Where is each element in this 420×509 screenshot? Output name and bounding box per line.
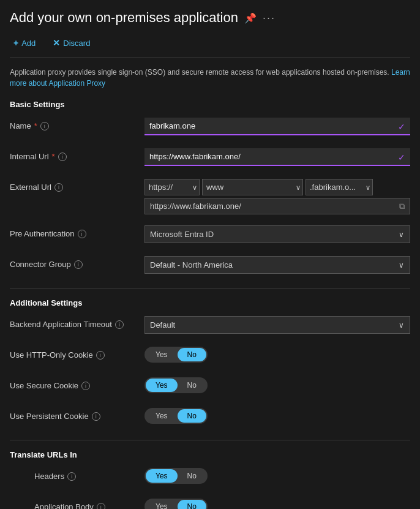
secure-cookie-label: Use Secure Cookie i [10,377,144,390]
internal-url-required: * [52,152,55,161]
external-url-display: https://www.fabrikam.one/ ⧉ [144,198,410,214]
translate-urls-separator [10,440,410,440]
persist-yes-button[interactable]: Yes [146,409,178,423]
name-required: * [34,121,37,130]
internal-url-input[interactable] [144,148,410,166]
http-only-yes-button[interactable]: Yes [146,348,178,361]
name-row: Name * i ✓ [10,118,410,137]
page-title: Add your own on-premises application [10,10,238,26]
backend-timeout-select[interactable]: Default Long Extra Long [144,316,410,334]
protocol-select[interactable]: https:// http:// [144,179,200,195]
persistent-cookie-control: Yes No [144,408,410,424]
secure-cookie-control: Yes No [144,377,410,393]
name-label: Name * i [10,118,144,130]
persistent-cookie-toggle: Yes No [144,408,208,424]
title-row: Add your own on-premises application 📌 ·… [10,10,410,26]
subdomain-select-wrapper: www [202,179,303,195]
http-only-no-button[interactable]: No [178,348,206,361]
persistent-cookie-row: Use Persistent Cookie i Yes No [10,408,410,428]
section-separator [10,288,410,288]
external-url-control: https:// http:// www .fabrikam.o... http… [144,179,410,214]
external-url-info-icon[interactable]: i [54,183,63,192]
add-button[interactable]: + Add [10,36,39,50]
name-control: ✓ [144,118,410,135]
discard-label: Discard [63,39,90,48]
backend-timeout-select-wrapper: Default Long Extra Long [144,316,410,334]
headers-no-button[interactable]: No [178,469,206,483]
connector-group-select[interactable]: Default - North America [144,256,410,274]
headers-info-icon[interactable]: i [67,472,76,481]
connector-group-row: Connector Group i Default - North Americ… [10,256,410,276]
connector-group-label: Connector Group i [10,256,144,269]
add-label: Add [21,39,36,48]
domain-select[interactable]: .fabrikam.o... [306,179,373,195]
persist-no-button[interactable]: No [178,409,206,423]
name-info-icon[interactable]: i [40,122,49,130]
body-yes-button[interactable]: Yes [146,500,178,509]
app-body-info-icon[interactable]: i [97,503,105,510]
headers-control: Yes No [144,468,410,484]
pre-auth-select-wrapper: Microsoft Entra ID Passthrough [144,225,410,243]
internal-url-row: Internal Url * i ✓ [10,148,410,168]
connector-group-info-icon[interactable]: i [74,260,83,269]
more-options-icon[interactable]: ··· [263,12,276,25]
app-body-control: Yes No [144,499,410,509]
backend-timeout-control: Default Long Extra Long [144,316,410,334]
secure-yes-button[interactable]: Yes [146,379,178,392]
add-icon: + [13,38,18,48]
http-only-cookie-label: Use HTTP-Only Cookie i [10,347,144,360]
headers-row: Headers i Yes No [10,468,410,488]
secure-cookie-row: Use Secure Cookie i Yes No [10,377,410,397]
name-check-icon: ✓ [398,122,405,132]
internal-url-label: Internal Url * i [10,148,144,161]
additional-settings-title: Additional Settings [10,298,410,307]
external-url-row: External Url i https:// http:// www [10,179,410,214]
external-url-label: External Url i [10,179,144,192]
internal-url-control: ✓ [144,148,410,166]
app-body-label: Application Body i [34,499,144,509]
http-only-toggle: Yes No [144,347,208,363]
http-only-cookie-row: Use HTTP-Only Cookie i Yes No [10,347,410,366]
pre-auth-label: Pre Authentication i [10,225,144,238]
headers-label: Headers i [34,468,144,481]
internal-url-check-icon: ✓ [398,153,405,162]
app-body-row: Application Body i Yes No [10,499,410,509]
discard-icon: ✕ [53,38,60,48]
connector-group-control: Default - North America [144,256,410,274]
body-no-button[interactable]: No [178,500,206,509]
translate-urls-title: Translate URLs In [10,450,410,459]
secure-no-button[interactable]: No [178,379,206,392]
persistent-cookie-label: Use Persistent Cookie i [10,408,144,421]
toolbar: + Add ✕ Discard [10,36,410,58]
info-description: Application proxy provides single sign-o… [10,67,410,89]
subdomain-select[interactable]: www [202,179,303,195]
pre-auth-info-icon[interactable]: i [78,230,86,238]
basic-settings-title: Basic Settings [10,100,410,109]
domain-select-wrapper: .fabrikam.o... [306,179,373,195]
copy-icon[interactable]: ⧉ [399,202,405,211]
backend-timeout-label: Backend Application Timeout i [10,316,144,329]
app-body-toggle: Yes No [144,499,208,509]
connector-group-select-wrapper: Default - North America [144,256,410,274]
secure-cookie-info-icon[interactable]: i [81,382,90,390]
http-only-info-icon[interactable]: i [96,351,105,360]
pre-auth-row: Pre Authentication i Microsoft Entra ID … [10,225,410,245]
discard-button[interactable]: ✕ Discard [49,36,94,50]
name-input[interactable] [144,118,410,135]
protocol-select-wrapper: https:// http:// [144,179,200,195]
backend-timeout-row: Backend Application Timeout i Default Lo… [10,316,410,336]
pin-icon[interactable]: 📌 [244,12,257,24]
secure-cookie-toggle: Yes No [144,377,208,393]
pre-auth-select[interactable]: Microsoft Entra ID Passthrough [144,225,410,243]
pre-auth-control: Microsoft Entra ID Passthrough [144,225,410,243]
headers-yes-button[interactable]: Yes [146,469,178,483]
backend-timeout-info-icon[interactable]: i [115,320,124,329]
headers-toggle: Yes No [144,468,208,484]
http-only-cookie-control: Yes No [144,347,410,363]
persistent-cookie-info-icon[interactable]: i [92,412,100,421]
internal-url-info-icon[interactable]: i [58,153,67,161]
